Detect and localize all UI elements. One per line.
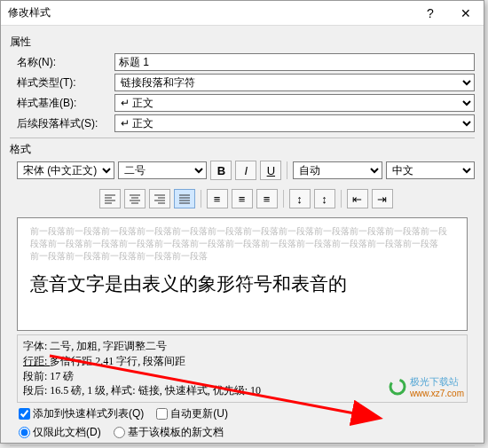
italic-button[interactable]: I	[235, 161, 256, 180]
name-label: 名称(N):	[17, 55, 114, 70]
preview-context-before-2: 段落前一段落前一段落前一段落前一段落前一段落前一段落前一段落前一段落前一段落前一…	[30, 238, 454, 250]
auto-update-checkbox[interactable]: 自动更新(U)	[156, 406, 228, 421]
new-documents-radio[interactable]: 基于该模板的新文档	[114, 425, 224, 440]
add-to-quick-styles-checkbox[interactable]: 添加到快速样式列表(Q)	[19, 406, 144, 421]
linespace-2-button[interactable]: ≡	[256, 189, 278, 208]
align-center-button[interactable]	[124, 189, 146, 208]
type-label: 样式类型(T):	[17, 75, 114, 90]
linespace-1-button[interactable]: ≡	[207, 189, 228, 208]
align-left-button[interactable]	[99, 189, 121, 208]
titlebar: 修改样式 ? ✕	[1, 1, 484, 26]
desc-line-1: 字体: 二号, 加粗, 字距调整二号	[23, 339, 461, 354]
preview-sample-text: 意音文字是由表义的象形符号和表音的	[30, 271, 454, 296]
align-justify-button[interactable]	[174, 189, 195, 208]
dialog-title: 修改样式	[8, 5, 51, 20]
preview-context-before-1: 前一段落前一段落前一段落前一段落前一段落前一段落前一段落前一段落前一段落前一段落…	[30, 225, 454, 238]
close-button[interactable]: ✕	[448, 1, 484, 26]
help-button[interactable]: ?	[413, 1, 448, 26]
bold-button[interactable]: B	[210, 161, 232, 180]
space-before-dec-button[interactable]: ↕	[314, 189, 335, 208]
font-color-select[interactable]: 自动	[293, 161, 382, 179]
follow-select[interactable]: ↵ 正文	[114, 114, 475, 132]
style-description: 字体: 二号, 加粗, 字距调整二号 行距: 多倍行距 2.41 字行, 段落间…	[17, 334, 468, 403]
font-size-select[interactable]: 二号	[118, 161, 207, 179]
preview-box: 前一段落前一段落前一段落前一段落前一段落前一段落前一段落前一段落前一段落前一段落…	[17, 217, 468, 331]
preview-context-before-3: 前一段落前一段落前一段落前一段落前一段落	[30, 250, 454, 263]
follow-label: 后续段落样式(S):	[17, 116, 114, 131]
indent-inc-button[interactable]: ⇥	[372, 189, 393, 208]
desc-line-2: 行距: 多倍行距 2.41 字行, 段落间距	[23, 354, 461, 369]
underline-button[interactable]: U	[260, 161, 281, 180]
font-family-select[interactable]: 宋体 (中文正文)	[17, 161, 114, 179]
type-select[interactable]: 链接段落和字符	[114, 74, 475, 91]
properties-section-label: 属性	[10, 35, 475, 50]
this-document-radio[interactable]: 仅限此文档(D)	[19, 425, 101, 440]
indent-dec-button[interactable]: ⇤	[347, 189, 368, 208]
base-select[interactable]: ↵ 正文	[114, 94, 475, 112]
name-input[interactable]	[114, 53, 475, 71]
desc-line-3: 段前: 17 磅	[23, 369, 461, 384]
format-section-label: 格式	[10, 142, 475, 157]
align-right-button[interactable]	[149, 189, 170, 208]
linespace-1p5-button[interactable]: ≡	[232, 189, 253, 208]
desc-line-4: 段后: 16.5 磅, 1 级, 样式: 链接, 快速样式, 优先级: 10	[23, 383, 461, 398]
space-before-inc-button[interactable]: ↕	[289, 189, 311, 208]
lang-select[interactable]: 中文	[386, 161, 475, 179]
base-label: 样式基准(B):	[17, 96, 114, 111]
